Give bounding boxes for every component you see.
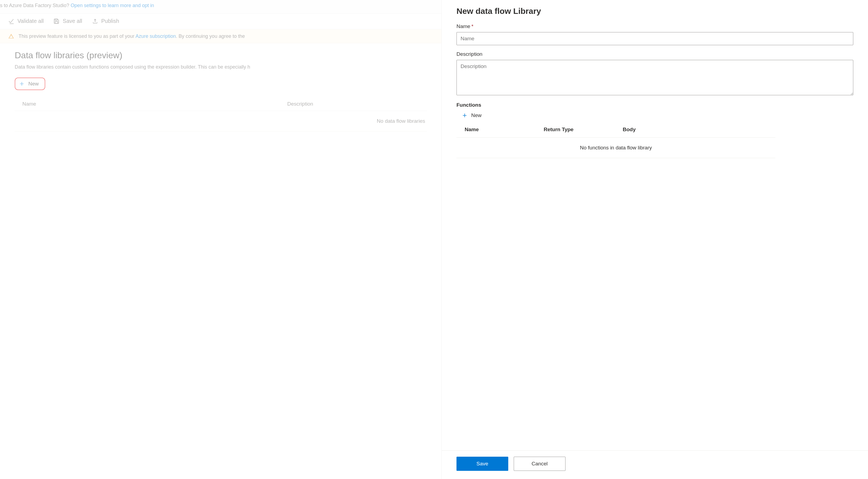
main-area: s to Azure Data Factory Studio? Open set…	[0, 0, 441, 479]
field-description: Description	[457, 51, 853, 96]
functions-empty-row: No functions in data flow library	[457, 138, 775, 158]
panel-footer: Save Cancel	[442, 450, 868, 479]
functions-table-header: Name Return Type Body	[457, 122, 775, 138]
validate-all-label: Validate all	[18, 18, 43, 24]
top-info-text: s to Azure Data Factory Studio?	[0, 3, 70, 8]
save-all-button[interactable]: Save all	[54, 18, 82, 24]
new-function-button[interactable]: New	[457, 110, 484, 122]
name-label: Name*	[457, 24, 853, 29]
page-subtitle: Data flow libraries contain custom funct…	[15, 64, 427, 70]
libraries-table: Name Description No data flow libraries	[15, 97, 427, 132]
func-col-return-type[interactable]: Return Type	[544, 127, 623, 133]
libraries-table-header: Name Description	[15, 97, 427, 111]
page-content: Data flow libraries (preview) Data flow …	[0, 43, 441, 132]
description-label: Description	[457, 51, 853, 57]
col-header-name[interactable]: Name	[15, 101, 287, 107]
svg-rect-2	[55, 21, 58, 23]
publish-button[interactable]: Publish	[92, 18, 119, 24]
required-marker: *	[471, 24, 473, 29]
warning-icon	[8, 33, 14, 39]
description-input[interactable]	[457, 60, 853, 95]
svg-rect-4	[11, 36, 11, 37]
func-col-name[interactable]: Name	[465, 127, 544, 133]
func-col-body[interactable]: Body	[623, 127, 775, 133]
azure-subscription-link[interactable]: Azure subscription	[135, 33, 176, 39]
publish-label: Publish	[101, 18, 119, 24]
plus-icon	[462, 113, 467, 118]
preview-notice-text: This preview feature is licensed to you …	[19, 33, 245, 39]
name-input[interactable]	[457, 32, 853, 45]
publish-icon	[92, 18, 98, 24]
top-info-banner: s to Azure Data Factory Studio? Open set…	[0, 0, 441, 13]
new-library-button[interactable]: New	[15, 77, 45, 90]
panel-title: New data flow Library	[457, 6, 853, 16]
plus-icon	[19, 81, 25, 87]
new-library-label: New	[28, 81, 39, 87]
col-header-description[interactable]: Description	[287, 101, 427, 107]
validate-all-button[interactable]: Validate all	[8, 18, 43, 24]
open-settings-link[interactable]: Open settings to learn more and opt in	[70, 3, 154, 8]
save-all-label: Save all	[63, 18, 82, 24]
functions-section: Functions New Name Return Type Body No f…	[457, 102, 853, 158]
toolbar: Validate all Save all Publish	[0, 13, 441, 29]
preview-notice: This preview feature is licensed to you …	[0, 29, 441, 43]
functions-table: Name Return Type Body No functions in da…	[457, 122, 775, 158]
new-function-label: New	[471, 112, 482, 118]
field-name: Name*	[457, 24, 853, 45]
page-title: Data flow libraries (preview)	[15, 50, 427, 60]
cancel-button[interactable]: Cancel	[514, 457, 565, 471]
svg-rect-5	[11, 37, 11, 38]
save-icon	[54, 18, 59, 24]
functions-label: Functions	[457, 102, 853, 108]
validate-icon	[8, 18, 14, 24]
libraries-empty-row: No data flow libraries	[15, 111, 427, 132]
save-button[interactable]: Save	[457, 457, 508, 471]
svg-rect-1	[55, 19, 57, 21]
new-library-panel: New data flow Library Name* Description …	[441, 0, 868, 479]
